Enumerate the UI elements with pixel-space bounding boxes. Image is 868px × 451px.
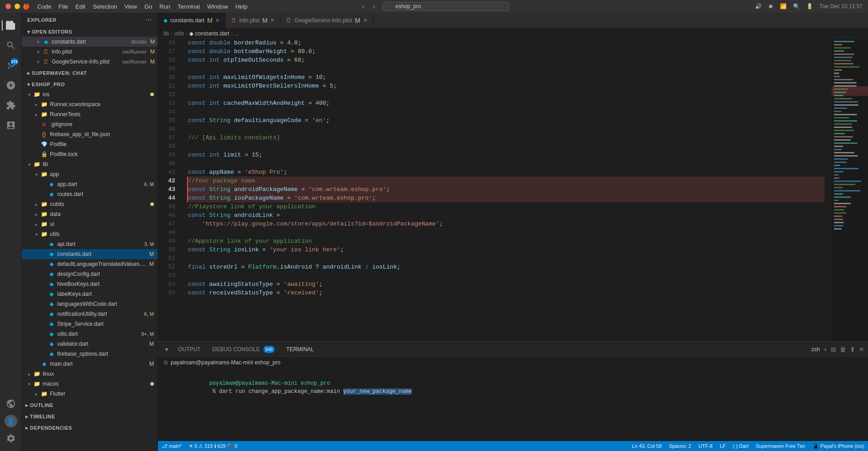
activity-extensions[interactable] bbox=[2, 96, 20, 114]
git-branch-status[interactable]: ⎇ main* bbox=[162, 443, 182, 449]
file-podfile-lock[interactable]: 🔒 Podfile.lock bbox=[22, 149, 158, 159]
outline-header[interactable]: ▸ OUTLINE bbox=[22, 399, 158, 410]
file-design-config-dart[interactable]: ◆ designConfig.dart bbox=[22, 269, 158, 279]
folder-utils[interactable]: ▾ 📁 utils bbox=[22, 229, 158, 239]
forward-button[interactable]: › bbox=[370, 2, 379, 11]
dependencies-header[interactable]: ▸ DEPENDENCIES bbox=[22, 422, 158, 433]
activity-explorer[interactable] bbox=[2, 16, 20, 34]
folder-runner-xcworkspace[interactable]: ▸ 📁 Runner.xcworkspace bbox=[22, 99, 158, 109]
open-editor-constants-dart[interactable]: ✕ ◆ constants.dart lib/utils M bbox=[22, 37, 158, 47]
folder-ios[interactable]: ▾ 📁 ios bbox=[22, 89, 158, 99]
timeline-header[interactable]: ▸ TIMELINE bbox=[22, 410, 158, 422]
file-api-dart[interactable]: ◆ api.dart 3, M bbox=[22, 239, 158, 249]
activity-run[interactable] bbox=[2, 76, 20, 94]
kill-terminal-button[interactable]: 🗑 bbox=[840, 346, 846, 353]
file-constants-dart[interactable]: ◆ constants.dart M bbox=[22, 249, 158, 259]
breadcrumb-file[interactable]: ◆ constants.dart bbox=[189, 30, 229, 37]
menu-help[interactable]: Help bbox=[235, 3, 247, 10]
explorer-header[interactable]: EXPLORER ⋯ bbox=[22, 13, 158, 25]
file-label-keys-dart[interactable]: ◆ labelKeys.dart bbox=[22, 289, 158, 299]
new-file-button[interactable]: ⋯ bbox=[145, 16, 152, 24]
back-button[interactable]: ‹ bbox=[359, 2, 368, 11]
menu-run[interactable]: Run bbox=[159, 3, 170, 10]
eshop-pro-header[interactable]: ▾ ESHOP_PRO bbox=[22, 78, 158, 89]
folder-macos[interactable]: ▾ 📁 macos bbox=[22, 379, 158, 389]
file-app-dart[interactable]: ◆ app.dart 6, M bbox=[22, 179, 158, 189]
record-icon[interactable]: ⏺ bbox=[768, 3, 774, 10]
tab-info-plist[interactable]: 🗒 Info.plist M ✕ bbox=[226, 13, 281, 28]
open-editor-googleservice-plist[interactable]: ✕ 🗒 GoogleService-Info.plist ios/Runner … bbox=[22, 57, 158, 67]
terminal-content[interactable]: payalmam@payalmams-Mac-mini eshop_pro % … bbox=[158, 368, 868, 441]
search-icon-right[interactable]: 🔍 bbox=[793, 3, 800, 10]
code-content[interactable]: const double borderRadius = 4.0; const d… bbox=[181, 39, 832, 341]
menu-code[interactable]: 🍎 bbox=[23, 3, 30, 10]
file-firebase-options-dart[interactable]: ◆ firebase_options.dart bbox=[22, 349, 158, 359]
file-notification-utility-dart[interactable]: ◆ notificationUtility.dart 6, M bbox=[22, 309, 158, 319]
folder-lib[interactable]: ▾ 📁 lib bbox=[22, 159, 158, 169]
close-tab-icon[interactable]: ✕ bbox=[36, 59, 40, 64]
file-podfile[interactable]: 💎 Podfile bbox=[22, 139, 158, 149]
language-setting[interactable]: ( ) Dart bbox=[733, 443, 749, 449]
file-utils-dart[interactable]: ◆ utils.dart 9+, M bbox=[22, 329, 158, 339]
tab-googleservice-plist[interactable]: 🗒 GoogleService-Info.plist M ✕ bbox=[281, 13, 373, 28]
activity-remote[interactable] bbox=[2, 395, 20, 413]
folder-data[interactable]: ▸ 📁 data bbox=[22, 209, 158, 219]
tab-terminal[interactable]: TERMINAL bbox=[281, 344, 320, 355]
file-validator-dart[interactable]: ◆ validator.dart M bbox=[22, 339, 158, 349]
search-input[interactable] bbox=[382, 2, 509, 11]
device-status[interactable]: 📱 Payal's iPhone (ios) bbox=[813, 443, 864, 449]
terminal-collapse[interactable]: ▾ bbox=[162, 345, 172, 354]
audio-icon[interactable]: 🔊 bbox=[755, 3, 762, 10]
close-panel-button[interactable]: ✕ bbox=[859, 346, 864, 353]
maximize-panel-button[interactable]: ⬆ bbox=[850, 346, 855, 353]
menu-code-item[interactable]: Code bbox=[37, 3, 51, 10]
open-editors-header[interactable]: ▾ OPEN EDITORS bbox=[22, 25, 158, 37]
tab-debug-console[interactable]: DEBUG CONSOLE 948 bbox=[207, 344, 280, 355]
folder-runner-tests[interactable]: ▸ 📁 RunnerTests bbox=[22, 109, 158, 119]
folder-ui[interactable]: ▸ 📁 ui bbox=[22, 219, 158, 229]
split-terminal-button[interactable]: ⊞ bbox=[831, 346, 836, 353]
file-main-dart[interactable]: ◆ main.dart M bbox=[22, 359, 158, 369]
close-button[interactable] bbox=[5, 4, 11, 9]
menu-terminal[interactable]: Terminal bbox=[178, 3, 200, 10]
user-avatar[interactable]: 👤 bbox=[5, 415, 17, 427]
file-default-lang-dart[interactable]: ◆ defaultLanguageTranslatedValues.dart M bbox=[22, 259, 158, 269]
menu-window[interactable]: Window bbox=[207, 3, 228, 10]
tab-output[interactable]: OUTPUT bbox=[173, 344, 206, 354]
file-languages-dart[interactable]: ◆ languagesWithCode.dart bbox=[22, 299, 158, 309]
activity-settings[interactable] bbox=[2, 429, 20, 447]
menu-edit[interactable]: Edit bbox=[75, 3, 85, 10]
file-hive-box-keys-dart[interactable]: ◆ hiveBoxKeys.dart bbox=[22, 279, 158, 289]
tab-constants-dart[interactable]: ◆ constants.dart M ✕ bbox=[158, 13, 226, 28]
wifi-icon[interactable]: 📶 bbox=[780, 3, 787, 10]
menu-selection[interactable]: Selection bbox=[93, 3, 117, 10]
breadcrumb-lib[interactable]: lib bbox=[163, 30, 169, 37]
close-tab-button[interactable]: ✕ bbox=[215, 17, 220, 24]
spaces-setting[interactable]: Spaces: 2 bbox=[669, 443, 691, 449]
breadcrumb-more[interactable]: ... bbox=[235, 30, 239, 37]
breadcrumb-utils[interactable]: utils bbox=[174, 30, 184, 37]
close-tab-button[interactable]: ✕ bbox=[363, 17, 368, 24]
activity-source-control[interactable]: 272 bbox=[2, 56, 20, 74]
folder-app[interactable]: ▾ 📁 app bbox=[22, 169, 158, 179]
menu-file[interactable]: File bbox=[59, 3, 68, 10]
encoding-setting[interactable]: UTF-8 bbox=[699, 443, 713, 449]
file-gitignore[interactable]: ⊘ .gitignore bbox=[22, 119, 158, 129]
folder-cubits[interactable]: ▸ 📁 cubits bbox=[22, 199, 158, 209]
open-editor-info-plist[interactable]: ✕ 🗒 Info.plist ios/Runner M bbox=[22, 47, 158, 57]
close-tab-icon[interactable]: ✕ bbox=[36, 49, 40, 54]
file-routes-dart[interactable]: ◆ routes.dart bbox=[22, 189, 158, 199]
file-firebase-json[interactable]: {} firebase_app_id_file.json bbox=[22, 129, 158, 139]
supermaven-header[interactable]: ▸ SUPERMAVEN: CHAT bbox=[22, 67, 158, 78]
folder-flutter[interactable]: ▸ 📁 Flutter bbox=[22, 389, 158, 399]
activity-testing[interactable] bbox=[2, 116, 20, 134]
close-tab-button[interactable]: ✕ bbox=[270, 17, 275, 24]
menu-view[interactable]: View bbox=[124, 3, 137, 10]
close-tab-icon[interactable]: ✕ bbox=[36, 39, 40, 44]
folder-linux[interactable]: ▸ 📁 linux bbox=[22, 369, 158, 379]
minimize-button[interactable] bbox=[15, 4, 20, 9]
file-stripe-service-dart[interactable]: ◆ Stripe_Service.dart bbox=[22, 319, 158, 329]
activity-search[interactable] bbox=[2, 36, 20, 54]
line-ending-setting[interactable]: LF bbox=[720, 443, 726, 449]
terminal-input-highlight[interactable]: your_new_package_name bbox=[343, 388, 412, 395]
